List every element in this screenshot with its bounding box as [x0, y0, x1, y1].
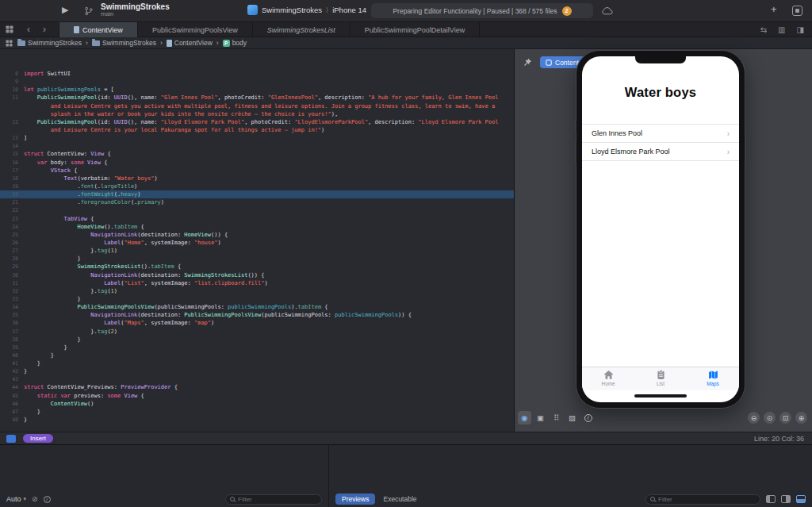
code-line-14[interactable]: 14 — [0, 142, 514, 150]
ios-tab-Home[interactable]: Home — [582, 370, 634, 390]
code-line-wrap[interactable]: and Leisure Centre is your local Pakuran… — [0, 126, 514, 134]
line-number[interactable] — [0, 102, 24, 110]
info-icon[interactable]: i — [44, 496, 51, 503]
line-number[interactable]: 25 — [0, 231, 24, 239]
editor-tab-PublicSwimmingPoolDetailView[interactable]: PublicSwimmingPoolDetailView — [350, 22, 480, 37]
line-number[interactable]: 13 — [0, 134, 24, 142]
code-line-37[interactable]: 37 }.tag(2) — [0, 328, 514, 336]
zoom-to-fit-button[interactable]: ⊡ — [779, 412, 791, 424]
console-filter-field[interactable] — [645, 494, 760, 505]
scheme-name[interactable]: SwimmingStrokes — [262, 6, 322, 14]
code-editor[interactable]: 8import SwiftUI910let publicSwimmingPool… — [0, 49, 514, 432]
breadcrumb-item-SwimmingStrokes[interactable]: SwimmingStrokes — [92, 39, 156, 47]
code-line-17[interactable]: 17 VStack { — [0, 167, 514, 175]
line-number[interactable]: 26 — [0, 239, 24, 247]
line-number[interactable]: 38 — [0, 336, 24, 344]
line-number[interactable]: 24 — [0, 223, 24, 231]
code-line-41[interactable]: 41 } — [0, 359, 514, 367]
line-number[interactable]: 35 — [0, 311, 24, 319]
line-number[interactable]: 45 — [0, 392, 24, 400]
line-number[interactable]: 11 — [0, 94, 24, 102]
code-line-32[interactable]: 32 }.tag(1) — [0, 287, 514, 295]
variables-filter-input[interactable] — [238, 496, 317, 503]
editor-tab-ContentView[interactable]: ContentView — [59, 22, 138, 37]
code-line-15[interactable]: 15struct ContentView: View { — [0, 150, 514, 158]
code-line-38[interactable]: 38 } — [0, 336, 514, 344]
ios-tab-Maps[interactable]: Maps — [687, 370, 739, 390]
add-editor-icon[interactable]: ◨ — [797, 25, 804, 34]
line-number[interactable]: 34 — [0, 303, 24, 311]
code-line-46[interactable]: 46 ContentView() — [0, 400, 514, 408]
code-line-12[interactable]: 12 PublicSwimmingPool(id: UUID(), name: … — [0, 118, 514, 126]
code-line-29[interactable]: 29 SwimmingStrokesList().tabItem { — [0, 263, 514, 271]
run-button[interactable]: ▶ — [62, 5, 68, 15]
pool-list-item[interactable]: Lloyd Elsmore Park Pool› — [582, 143, 739, 161]
variables-filter-field[interactable] — [225, 494, 322, 505]
line-number[interactable]: 43 — [0, 375, 24, 383]
line-number[interactable]: 39 — [0, 344, 24, 351]
code-line-43[interactable]: 43 — [0, 375, 514, 383]
zoom-in-button[interactable]: ⊕ — [795, 412, 807, 424]
live-preview-button[interactable]: ◉ — [518, 411, 531, 424]
variants-mode-button[interactable]: ⠿ — [550, 411, 563, 424]
line-number[interactable]: 41 — [0, 359, 24, 367]
line-number[interactable]: 33 — [0, 295, 24, 303]
code-line-24[interactable]: 24 HomeView().tabItem { — [0, 223, 514, 231]
code-line-28[interactable]: 28 } — [0, 255, 514, 263]
editor-options-icon[interactable]: ▥ — [778, 25, 785, 34]
filter-scope-icon[interactable]: ⊘ — [32, 495, 38, 503]
pin-preview-icon[interactable] — [523, 58, 532, 67]
ios-tab-List[interactable]: List — [634, 370, 687, 390]
code-line-33[interactable]: 33 } — [0, 295, 514, 303]
line-number[interactable]: 28 — [0, 255, 24, 263]
breadcrumb-item-ContentView[interactable]: ContentView — [167, 39, 213, 47]
code-line-26[interactable]: 26 Label("Home", systemImage: "house") — [0, 239, 514, 247]
line-number[interactable]: 10 — [0, 86, 24, 94]
process-tab-Executable[interactable]: Executable — [377, 494, 423, 505]
editor-tab-SwimmingStrokesList[interactable]: SwimmingStrokesList — [253, 22, 350, 37]
breadcrumb-item-body[interactable]: Pbody — [223, 39, 247, 47]
zoom-out-button[interactable]: ⊖ — [748, 412, 760, 424]
selectable-mode-button[interactable]: ▣ — [534, 411, 547, 424]
line-number[interactable]: 21 — [0, 198, 24, 206]
line-number[interactable]: 16 — [0, 159, 24, 167]
code-line-25[interactable]: 25 NavigationLink(destination: HomeView(… — [0, 231, 514, 239]
library-icon[interactable] — [792, 6, 802, 16]
color-scheme-variants-button[interactable]: ▨ — [565, 411, 579, 424]
line-number[interactable]: 36 — [0, 319, 24, 327]
warning-count-badge[interactable]: 2 — [562, 6, 572, 16]
code-line-40[interactable]: 40 } — [0, 351, 514, 359]
forward-button[interactable]: › — [43, 22, 46, 37]
line-number[interactable]: 27 — [0, 247, 24, 255]
code-line-39[interactable]: 39 } — [0, 344, 514, 351]
zoom-actual-size-button[interactable]: ⊙ — [764, 412, 776, 424]
line-number[interactable]: 19 — [0, 182, 24, 190]
accessibility-preview-button[interactable]: i — [581, 411, 595, 424]
code-line-11[interactable]: 11 PublicSwimmingPool(id: UUID(), name: … — [0, 94, 514, 102]
scheme-selector[interactable]: SwimmingStrokes ⟩ iPhone 14 — [247, 5, 366, 15]
code-line-21[interactable]: 21 .foregroundColor(.primary) — [0, 198, 514, 206]
swap-editor-icon[interactable]: ⇆ — [760, 25, 767, 34]
variables-pane-toggle-icon[interactable] — [766, 495, 776, 503]
code-line-8[interactable]: 8import SwiftUI — [0, 70, 514, 78]
code-line-30[interactable]: 30 NavigationLink(destination: SwimmingS… — [0, 271, 514, 279]
code-line-20[interactable]: 20 .fontWeight(.heavy) — [0, 190, 514, 198]
code-line-44[interactable]: 44struct ContentView_Previews: PreviewPr… — [0, 383, 514, 391]
variables-scope-dropdown[interactable]: Auto ▾ — [6, 495, 26, 503]
run-destination[interactable]: iPhone 14 — [332, 6, 366, 14]
code-line-36[interactable]: 36 Label("Maps", systemImage: "map") — [0, 319, 514, 327]
code-line-47[interactable]: 47 } — [0, 408, 514, 416]
code-line-48[interactable]: 48} — [0, 416, 514, 424]
line-number[interactable]: 47 — [0, 408, 24, 416]
console-pane-toggle-icon[interactable] — [781, 495, 791, 503]
line-number[interactable]: 12 — [0, 118, 24, 126]
code-line-16[interactable]: 16 var body: some View { — [0, 159, 514, 167]
process-tab-Previews[interactable]: Previews — [335, 494, 375, 505]
line-number[interactable]: 8 — [0, 70, 24, 78]
line-number[interactable]: 9 — [0, 78, 24, 86]
code-line-35[interactable]: 35 NavigationLink(destination: PublicSwi… — [0, 311, 514, 319]
pool-list-item[interactable]: Glen Innes Pool› — [582, 125, 739, 143]
code-line-18[interactable]: 18 Text(verbatim: "Water boys") — [0, 175, 514, 182]
line-number[interactable]: 37 — [0, 328, 24, 336]
line-number[interactable]: 31 — [0, 279, 24, 287]
